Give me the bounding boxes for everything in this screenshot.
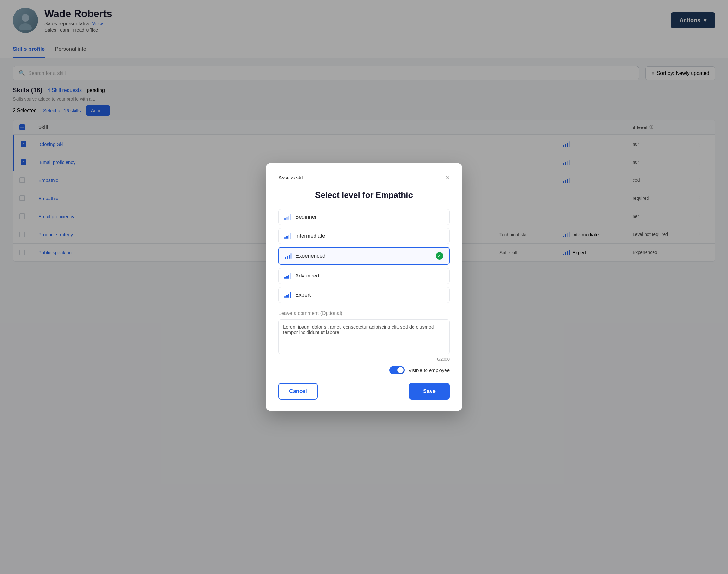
level-bars-beginner <box>285 214 291 220</box>
level-option-advanced[interactable]: Advanced <box>279 268 449 284</box>
comment-count: 0/2000 <box>279 357 449 362</box>
visible-to-employee-toggle[interactable] <box>389 366 404 374</box>
level-bars-advanced <box>285 273 291 279</box>
level-option-beginner[interactable]: Beginner <box>279 209 449 225</box>
level-label-intermediate: Intermediate <box>295 233 325 239</box>
assess-skill-modal: Assess skill × Select level for Empathic <box>266 163 462 411</box>
modal-close-button[interactable]: × <box>445 174 449 181</box>
modal-footer: Cancel Save <box>279 383 449 400</box>
level-option-experienced[interactable]: Experienced ✓ <box>279 247 449 265</box>
cancel-button[interactable]: Cancel <box>279 383 318 400</box>
modal-overlay: Assess skill × Select level for Empathic <box>0 0 728 574</box>
level-label-expert: Expert <box>295 292 311 298</box>
level-options: Beginner Intermediate <box>279 209 449 303</box>
level-label-beginner: Beginner <box>295 214 317 220</box>
comment-textarea[interactable]: Lorem ipsum dolor sit amet, consectetur … <box>279 319 449 354</box>
level-bars-expert <box>285 292 291 298</box>
level-label-advanced: Advanced <box>295 273 319 279</box>
selected-check-icon: ✓ <box>436 252 443 260</box>
level-option-expert[interactable]: Expert <box>279 287 449 303</box>
comment-label: Leave a comment (Optional) <box>279 311 449 316</box>
level-option-intermediate[interactable]: Intermediate <box>279 228 449 244</box>
modal-title: Select level for Empathic <box>279 190 449 200</box>
level-label-experienced: Experienced <box>296 253 326 259</box>
modal-label: Assess skill <box>279 175 305 181</box>
level-bars-intermediate <box>285 233 291 239</box>
toggle-label: Visible to employee <box>409 368 449 373</box>
toggle-knob <box>397 367 403 373</box>
save-button[interactable]: Save <box>409 383 449 400</box>
level-bars-experienced <box>285 253 292 259</box>
